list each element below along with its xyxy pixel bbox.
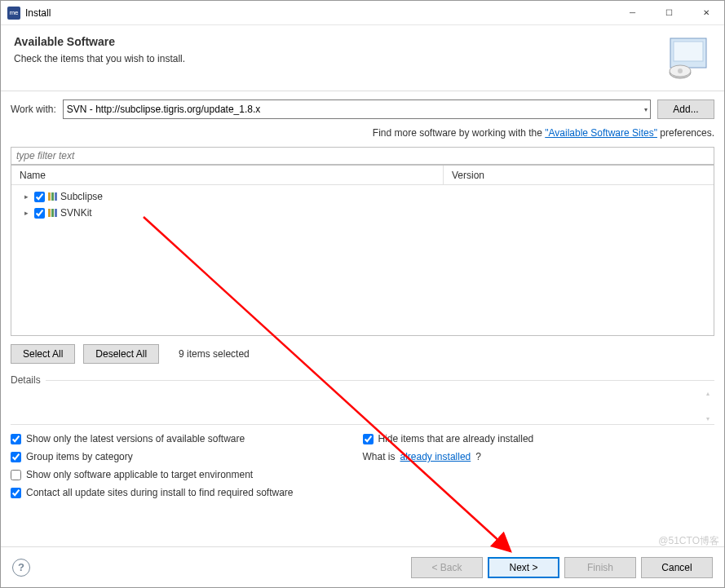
wizard-header: Available Software Check the items that …: [1, 25, 724, 91]
column-version[interactable]: Version: [444, 166, 714, 184]
page-title: Available Software: [14, 35, 665, 48]
expand-icon[interactable]: ▸: [24, 209, 33, 217]
already-installed-link[interactable]: already installed: [400, 451, 471, 462]
sites-hint: Find more software by working with the "…: [11, 122, 714, 147]
checkbox-contact[interactable]: [11, 488, 21, 498]
window-controls: ─ ☐ ✕: [614, 1, 724, 24]
close-button[interactable]: ✕: [687, 1, 724, 24]
expand-icon[interactable]: ▸: [24, 192, 33, 201]
opt-group[interactable]: Group items by category: [11, 451, 363, 462]
tree-header: Name Version: [11, 166, 714, 185]
software-tree[interactable]: Name Version ▸ Subclipse ▸ SVNKit: [11, 165, 714, 336]
checkbox-applicable[interactable]: [11, 470, 21, 480]
page-subtitle: Check the items that you wish to install…: [14, 53, 665, 64]
help-icon[interactable]: ?: [12, 559, 30, 577]
wizard-footer: ? < Back Next > Finish Cancel: [1, 546, 724, 587]
category-icon: [48, 209, 57, 217]
opt-latest[interactable]: Show only the latest versions of availab…: [11, 433, 363, 444]
category-icon: [48, 192, 57, 201]
maximize-button[interactable]: ☐: [651, 1, 687, 24]
work-with-row: Work with: ▾ Add...: [11, 99, 714, 119]
checkbox-group[interactable]: [11, 452, 21, 462]
next-button[interactable]: Next >: [488, 557, 559, 578]
add-button[interactable]: Add...: [657, 99, 714, 119]
checkbox-subclipse[interactable]: [34, 192, 45, 202]
column-name[interactable]: Name: [11, 166, 444, 184]
tree-item-label: Subclipse: [60, 191, 103, 202]
filter-input[interactable]: [11, 147, 714, 165]
svg-rect-1: [674, 42, 703, 61]
svg-point-4: [678, 69, 683, 73]
checkbox-latest[interactable]: [11, 434, 21, 444]
opt-contact[interactable]: Contact all update sites during install …: [11, 487, 714, 498]
select-all-button[interactable]: Select All: [11, 344, 75, 364]
minimize-button[interactable]: ─: [614, 1, 651, 24]
whatis-row: What is already installed?: [363, 451, 715, 462]
tree-item-svnkit[interactable]: ▸ SVNKit: [11, 205, 714, 221]
back-button[interactable]: < Back: [411, 557, 483, 578]
tree-item-label: SVNKit: [60, 207, 92, 219]
install-icon: [665, 35, 711, 81]
finish-button[interactable]: Finish: [564, 557, 636, 578]
tree-item-subclipse[interactable]: ▸ Subclipse: [11, 188, 714, 205]
opt-hide[interactable]: Hide items that are already installed: [363, 433, 715, 444]
selected-count: 9 items selected: [179, 348, 250, 360]
details-label: Details: [11, 372, 714, 388]
window-title: Install: [25, 7, 614, 19]
deselect-all-button[interactable]: Deselect All: [83, 344, 159, 364]
app-icon: me: [7, 7, 20, 20]
checkbox-svnkit[interactable]: [34, 208, 45, 219]
titlebar: me Install ─ ☐ ✕: [1, 1, 724, 25]
opt-applicable[interactable]: Show only software applicable to target …: [11, 469, 363, 480]
checkbox-hide[interactable]: [363, 434, 374, 444]
available-sites-link[interactable]: "Available Software Sites": [545, 127, 657, 139]
cancel-button[interactable]: Cancel: [641, 557, 713, 578]
work-with-combo[interactable]: [63, 99, 651, 119]
details-area: ▴▾: [11, 388, 714, 424]
details-scroll-icon: ▴▾: [701, 388, 714, 424]
work-with-label: Work with:: [11, 104, 56, 115]
